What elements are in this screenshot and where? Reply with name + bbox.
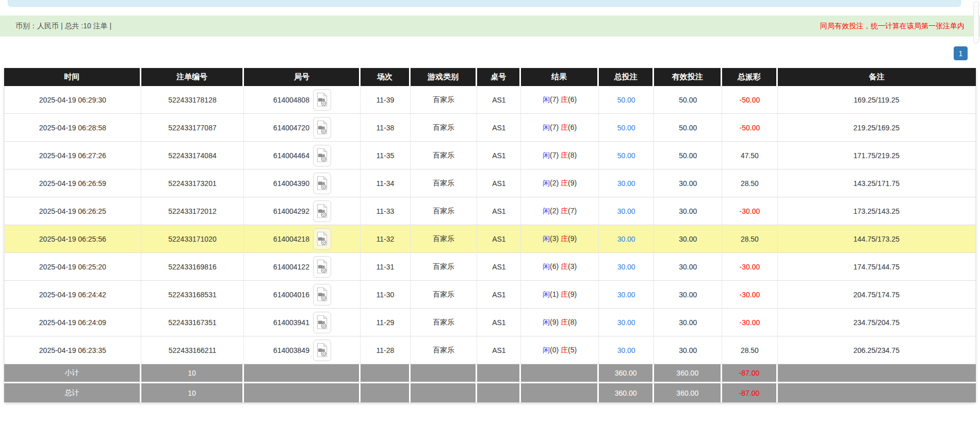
- cell-table-id: AS1: [477, 253, 521, 281]
- cell-valid-bet: 30.00: [654, 225, 722, 253]
- result-banker-label: 庄: [561, 290, 568, 298]
- col-header-round-id: 局号: [244, 68, 361, 86]
- table-row: 2025-04-19 06:25:20 522433169816 6140041…: [4, 253, 976, 281]
- cell-game-type: 百家乐: [411, 253, 478, 281]
- cell-payout: 47.50: [722, 142, 777, 170]
- result-banker-label: 庄: [561, 179, 568, 187]
- round-id-text: 614004016: [273, 291, 309, 299]
- video-replay-button[interactable]: [313, 145, 331, 166]
- round-id-text: 614004122: [273, 263, 309, 271]
- cell-total-bet: 50.00: [599, 86, 654, 114]
- result-banker-score: (9): [568, 290, 577, 298]
- result-player-label: 闲: [543, 346, 550, 354]
- cell-bet-id: 522433174084: [141, 142, 244, 170]
- table-footer: 小计10360.00360.00-87.00总计10360.00360.00-8…: [4, 364, 976, 402]
- video-replay-icon: [316, 148, 328, 163]
- result-player-score: (0): [550, 346, 559, 354]
- col-header-table-id: 桌号: [477, 68, 521, 86]
- cell-remark: 169.25/119.25: [778, 86, 976, 114]
- summary-bar: 币别：人民币 | 总共 :10 注单 | 同局有效投注，统一计算在该局第一张注单…: [0, 15, 980, 37]
- cell-time: 2025-04-19 06:25:20: [4, 253, 141, 281]
- total-bet-link[interactable]: 50.00: [617, 124, 635, 132]
- col-header-session: 场次: [361, 68, 410, 86]
- cell-round-id: 614004808: [244, 86, 361, 114]
- cell-bet-id: 522433177087: [141, 114, 244, 142]
- cell-time: 2025-04-19 06:29:30: [4, 86, 141, 114]
- video-replay-button[interactable]: [313, 256, 331, 278]
- col-header-payout: 总派彩: [722, 68, 777, 86]
- result-player-score: (7): [550, 123, 559, 131]
- cell-game-type: 百家乐: [411, 86, 478, 114]
- result-player-label: 闲: [543, 234, 550, 243]
- cell-total-bet: 50.00: [599, 114, 654, 142]
- video-replay-button[interactable]: [313, 173, 331, 194]
- cell-valid-bet: 50.00: [654, 86, 722, 114]
- total-bet-link[interactable]: 30.00: [617, 235, 635, 243]
- cell-game-type: 百家乐: [411, 170, 478, 197]
- total-bet-link[interactable]: 50.00: [617, 96, 635, 104]
- cell-valid-bet: 30.00: [654, 253, 722, 281]
- cell-table-id: AS1: [477, 281, 521, 309]
- video-replay-button[interactable]: [313, 312, 331, 333]
- result-banker-label: 庄: [561, 262, 568, 270]
- cell-total-bet: 30.00: [599, 281, 654, 309]
- cell-bet-id: 522433169816: [141, 253, 244, 281]
- total-bet-link[interactable]: 50.00: [617, 151, 635, 160]
- cell-remark: 143.25/171.75: [778, 170, 976, 197]
- cell-payout: 28.50: [722, 336, 777, 364]
- result-banker-label: 庄: [561, 151, 568, 159]
- total-bet-link[interactable]: 30.00: [617, 346, 635, 354]
- video-replay-button[interactable]: [313, 340, 331, 361]
- video-replay-icon: [316, 176, 328, 191]
- footer-empty: [361, 364, 410, 383]
- col-header-result: 结果: [521, 68, 599, 86]
- result-banker-label: 庄: [561, 207, 568, 215]
- cell-session: 11-35: [361, 142, 410, 170]
- video-replay-button[interactable]: [313, 117, 331, 139]
- cell-payout: -30.00: [722, 309, 777, 336]
- video-replay-button[interactable]: [313, 284, 331, 306]
- total-bet-link[interactable]: 30.00: [617, 318, 635, 327]
- cell-session: 11-30: [361, 281, 410, 309]
- cell-result: 闲(1) 庄(9): [521, 281, 599, 309]
- footer-empty: [477, 364, 521, 383]
- video-replay-button[interactable]: [313, 228, 331, 250]
- cell-session: 11-29: [361, 309, 410, 336]
- cell-remark: 173.25/143.25: [778, 197, 976, 225]
- cell-result: 闲(0) 庄(5): [521, 336, 599, 364]
- total-bet-link[interactable]: 30.00: [617, 263, 635, 271]
- cell-session: 11-31: [361, 253, 410, 281]
- cell-result: 闲(7) 庄(6): [521, 114, 599, 142]
- cell-remark: 174.75/144.75: [778, 253, 976, 281]
- cell-remark: 204.75/174.75: [778, 281, 976, 309]
- cell-round-id: 614004720: [244, 114, 361, 142]
- cell-payout: -30.00: [722, 253, 777, 281]
- vertical-scrollbar[interactable]: [972, 0, 980, 423]
- video-replay-button[interactable]: [313, 89, 331, 111]
- cell-session: 11-39: [361, 86, 410, 114]
- cell-valid-bet: 50.00: [654, 114, 722, 142]
- footer-valid-bet: 360.00: [654, 364, 722, 383]
- col-header-remark: 备注: [778, 68, 976, 86]
- cell-valid-bet: 30.00: [654, 336, 722, 364]
- total-bet-link[interactable]: 30.00: [617, 207, 635, 215]
- cell-session: 11-28: [361, 336, 410, 364]
- footer-remark: [778, 383, 976, 402]
- video-replay-button[interactable]: [313, 200, 331, 222]
- currency-total-summary: 币别：人民币 | 总共 :10 注单 |: [15, 22, 111, 31]
- result-banker-label: 庄: [561, 346, 568, 354]
- video-replay-icon: [316, 231, 328, 246]
- cell-payout: -50.00: [722, 86, 777, 114]
- cell-remark: 144.75/173.25: [778, 225, 976, 253]
- result-player-score: (1): [550, 290, 559, 298]
- cell-time: 2025-04-19 06:27:26: [4, 142, 141, 170]
- cell-bet-id: 522433166211: [141, 336, 244, 364]
- footer-empty: [521, 383, 599, 402]
- cell-game-type: 百家乐: [411, 336, 478, 364]
- result-banker-score: (8): [568, 318, 577, 326]
- pagination-page-button[interactable]: 1: [954, 46, 968, 60]
- cell-result: 闲(9) 庄(8): [521, 309, 599, 336]
- total-bet-link[interactable]: 30.00: [617, 291, 635, 299]
- total-bet-link[interactable]: 30.00: [617, 179, 635, 188]
- scrollbar-thumb[interactable]: [973, 1, 979, 43]
